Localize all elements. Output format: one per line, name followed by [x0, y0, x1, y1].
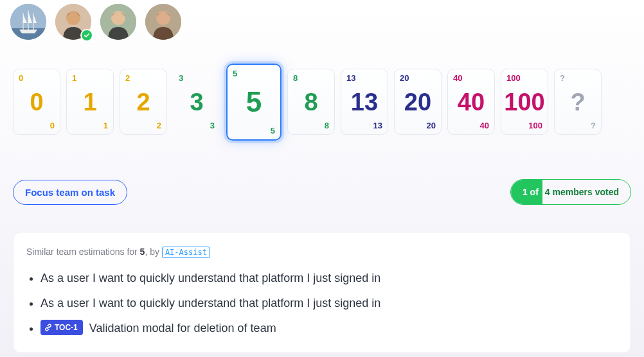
card-corner-bottom: 20	[427, 121, 436, 130]
avatar-image	[10, 4, 46, 40]
card-corner-top: 0	[19, 73, 23, 83]
avatar-image	[145, 4, 181, 40]
card-corner-bottom: 40	[480, 121, 489, 130]
estimation-card-3[interactable]: 333	[173, 69, 220, 135]
issue-badge-label: TOC-1	[55, 322, 78, 333]
similar-lead: Similar team estimations for 5, by AI-As…	[26, 247, 618, 257]
card-value: 40	[458, 90, 485, 114]
similar-lead-by: , by	[145, 247, 161, 257]
estimation-card-13[interactable]: 131313	[341, 69, 388, 135]
check-icon	[80, 29, 93, 42]
card-value: 20	[404, 90, 431, 114]
estimation-card-2[interactable]: 222	[120, 69, 167, 135]
similar-item-text: Validation modal for deletion of team	[89, 322, 276, 335]
card-corner-top: 13	[346, 73, 355, 83]
card-corner-bottom: 1	[103, 121, 108, 130]
avatar-image	[100, 4, 136, 40]
vote-progress-filled: 1 of	[511, 180, 542, 204]
estimation-card-8[interactable]: 888	[287, 69, 335, 135]
focus-team-button[interactable]: Focus team on task	[13, 180, 127, 205]
avatar[interactable]	[55, 4, 91, 40]
similar-item[interactable]: TOC-1Validation modal for deletion of te…	[40, 316, 618, 341]
card-corner-bottom: ?	[591, 121, 596, 130]
card-value: 2	[136, 90, 150, 114]
svg-point-8	[111, 11, 125, 25]
similar-estimations-panel: Similar team estimations for 5, by AI-As…	[13, 232, 631, 353]
estimation-card-1[interactable]: 111	[66, 69, 114, 135]
vote-progress-pill: 1 of 4 members voted	[510, 179, 631, 205]
estimation-card-40[interactable]: 404040	[447, 69, 495, 135]
estimation-card-0[interactable]: 000	[13, 69, 60, 135]
estimation-card-?[interactable]: ???	[554, 69, 602, 135]
card-corner-bottom: 100	[528, 121, 542, 130]
card-corner-bottom: 0	[50, 121, 55, 130]
svg-point-10	[156, 11, 170, 25]
card-value: 13	[351, 90, 378, 114]
card-corner-bottom: 5	[271, 126, 275, 135]
card-value: 8	[304, 90, 318, 114]
vote-progress-rest: 4 members voted	[542, 180, 631, 204]
similar-item-text: As a user I want to quickly understand t…	[40, 272, 380, 284]
estimation-cards: 0001112223335558881313132020204040401001…	[9, 69, 635, 141]
card-corner-top: 1	[72, 73, 76, 83]
card-corner-bottom: 8	[325, 121, 329, 130]
card-value: 1	[83, 90, 96, 114]
issue-badge[interactable]: TOC-1	[40, 320, 83, 335]
card-corner-top: 20	[400, 73, 409, 83]
action-row: Focus team on task 1 of 4 members voted	[9, 179, 635, 205]
estimation-card-100[interactable]: 100100100	[501, 69, 548, 135]
card-corner-top: 40	[453, 73, 462, 83]
estimation-card-5[interactable]: 555	[226, 64, 282, 141]
card-corner-bottom: 3	[210, 121, 215, 130]
avatar[interactable]	[100, 4, 136, 40]
ai-assist-badge: AI-Assist	[162, 247, 210, 258]
card-corner-top: 2	[125, 73, 130, 83]
similar-item[interactable]: As a user I want to quickly understand t…	[40, 266, 618, 291]
card-corner-top: 5	[233, 69, 237, 78]
card-value: 3	[190, 90, 203, 114]
card-corner-top: ?	[560, 73, 565, 83]
similar-list: As a user I want to quickly understand t…	[40, 266, 618, 341]
card-value: 5	[246, 88, 262, 116]
avatar-row	[9, 3, 635, 40]
card-value: 0	[30, 90, 43, 114]
card-corner-bottom: 2	[157, 121, 161, 130]
avatar[interactable]	[145, 4, 181, 40]
similar-item-text: As a user I want to quickly understand t…	[40, 297, 380, 309]
avatar[interactable]	[10, 4, 46, 40]
similar-item[interactable]: As a user I want to quickly understand t…	[40, 291, 618, 316]
similar-lead-prefix: Similar team estimations for	[26, 247, 140, 257]
card-corner-top: 3	[179, 73, 183, 83]
card-corner-bottom: 13	[373, 121, 382, 130]
link-icon	[44, 324, 52, 331]
card-value: 100	[504, 90, 544, 114]
card-corner-top: 8	[293, 73, 298, 83]
card-value: ?	[570, 90, 585, 114]
estimation-card-20[interactable]: 202020	[394, 69, 442, 135]
card-corner-top: 100	[506, 73, 521, 83]
svg-point-6	[66, 11, 80, 25]
